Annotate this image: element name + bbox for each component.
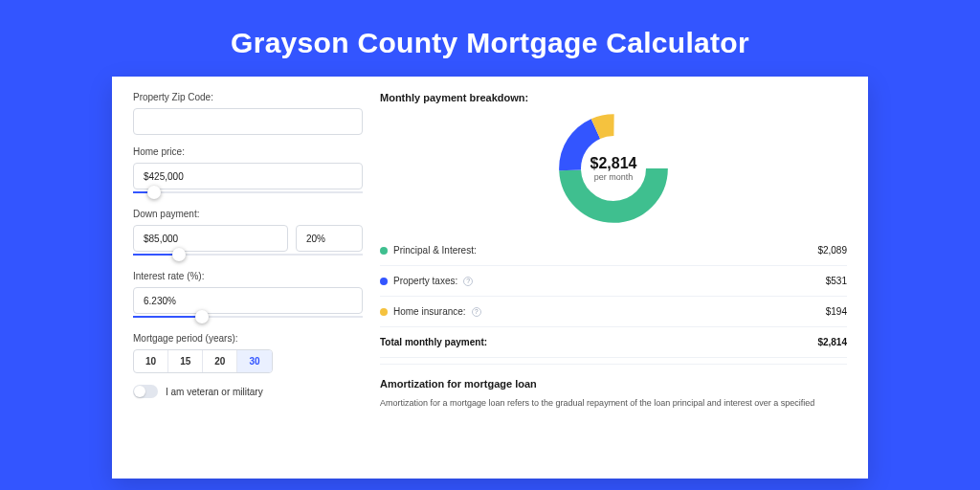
tax-value: $531 [826, 276, 847, 286]
price-slider[interactable] [133, 188, 363, 197]
info-icon[interactable]: ? [472, 307, 481, 317]
line-home-insurance: Home insurance: ? $194 [380, 297, 847, 327]
legend-dot-ins [380, 308, 388, 316]
rate-slider[interactable] [133, 312, 363, 322]
period-option-15[interactable]: 15 [168, 350, 203, 372]
results-panel: Monthly payment breakdown: $2,814 per mo… [380, 92, 847, 463]
info-icon[interactable]: ? [463, 277, 473, 286]
line-total: Total monthly payment: $2,814 [380, 327, 847, 358]
veteran-toggle[interactable] [133, 385, 158, 398]
period-field: Mortgage period (years): 10 15 20 30 [133, 333, 363, 373]
price-field: Home price: [133, 146, 363, 197]
price-input[interactable] [133, 163, 363, 189]
tax-label: Property taxes: [393, 276, 457, 286]
period-option-10[interactable]: 10 [134, 350, 168, 372]
zip-field: Property Zip Code: [133, 92, 363, 135]
input-panel: Property Zip Code: Home price: Down paym… [133, 92, 363, 463]
period-group: 10 15 20 30 [133, 349, 273, 373]
breakdown-title: Monthly payment breakdown: [380, 92, 847, 103]
donut-chart-wrap: $2,814 per month [380, 111, 847, 226]
pi-value: $2,089 [817, 245, 847, 256]
rate-input[interactable] [133, 287, 363, 314]
period-option-20[interactable]: 20 [203, 350, 237, 372]
legend-dot-tax [380, 278, 388, 285]
slider-knob[interactable] [147, 186, 161, 199]
down-pct-input[interactable] [296, 225, 363, 252]
slider-knob[interactable] [195, 310, 209, 323]
zip-label: Property Zip Code: [133, 92, 363, 102]
donut-per-month: per month [594, 172, 634, 182]
total-label: Total monthly payment: [380, 337, 487, 347]
slider-knob[interactable] [172, 248, 186, 261]
amort-text: Amortization for a mortgage loan refers … [380, 397, 847, 411]
down-label: Down payment: [133, 209, 363, 219]
line-principal-interest: Principal & Interest: $2,089 [380, 235, 847, 266]
veteran-row: I am veteran or military [133, 385, 363, 398]
ins-label: Home insurance: [393, 306, 466, 317]
rate-label: Interest rate (%): [133, 271, 363, 281]
zip-input[interactable] [133, 108, 363, 135]
calculator-card: Property Zip Code: Home price: Down paym… [112, 77, 868, 479]
down-input[interactable] [133, 225, 288, 252]
legend-dot-pi [380, 247, 388, 255]
page-title: Grayson County Mortgage Calculator [0, 0, 980, 77]
period-option-30[interactable]: 30 [237, 350, 271, 372]
veteran-label: I am veteran or military [166, 387, 263, 397]
pi-label: Principal & Interest: [393, 245, 477, 256]
rate-field: Interest rate (%): [133, 271, 363, 322]
line-property-taxes: Property taxes: ? $531 [380, 266, 847, 297]
donut-amount: $2,814 [590, 155, 637, 172]
down-field: Down payment: [133, 209, 363, 259]
slider-track [133, 191, 363, 193]
slider-fill [133, 316, 202, 318]
amort-title: Amortization for mortgage loan [380, 378, 847, 390]
price-label: Home price: [133, 146, 363, 157]
ins-value: $194 [826, 306, 847, 317]
period-label: Mortgage period (years): [133, 333, 363, 344]
card-body: Property Zip Code: Home price: Down paym… [112, 77, 868, 479]
toggle-knob [134, 386, 145, 397]
amortization-section: Amortization for mortgage loan Amortizat… [380, 364, 847, 411]
donut-chart: $2,814 per month [556, 111, 671, 226]
donut-center: $2,814 per month [556, 111, 671, 226]
down-slider[interactable] [133, 250, 363, 259]
total-value: $2,814 [817, 337, 847, 347]
